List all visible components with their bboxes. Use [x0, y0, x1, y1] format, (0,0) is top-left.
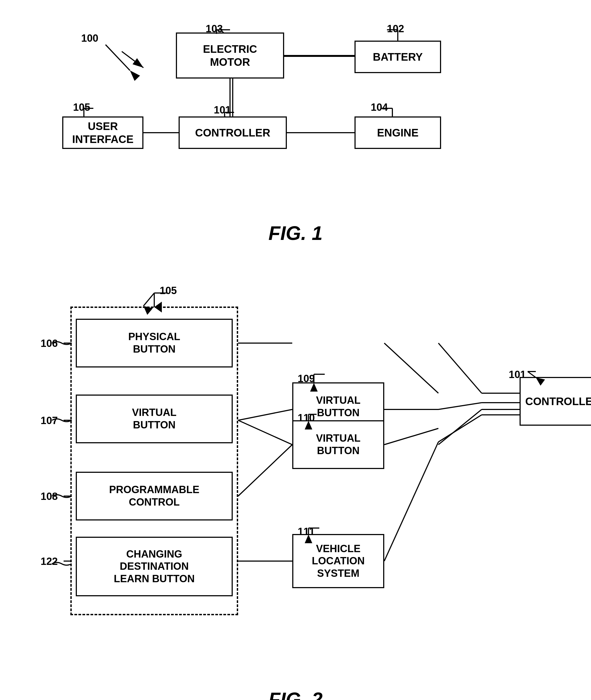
- svg-line-10: [106, 45, 130, 70]
- box-vehicle-location: VEHICLE LOCATION SYSTEM: [292, 534, 384, 588]
- box-controller-fig1: CONTROLLER: [179, 116, 287, 149]
- svg-line-38: [384, 442, 438, 561]
- box-engine: ENGINE: [354, 116, 441, 149]
- box-user-interface-fig1: USER INTERFACE: [62, 116, 143, 149]
- ref-108: 108: [41, 491, 58, 502]
- svg-line-33: [238, 445, 292, 496]
- svg-line-41: [438, 409, 482, 445]
- fig1-diagram: ELECTRIC MOTOR BATTERY CONTROLLER ENGINE…: [22, 16, 569, 200]
- svg-line-37: [384, 428, 438, 445]
- svg-line-31: [238, 409, 292, 420]
- fig2-title: FIG. 2: [22, 688, 569, 700]
- ref-105-fig2: 105: [160, 285, 177, 296]
- box-battery: BATTERY: [354, 41, 441, 73]
- svg-line-40: [438, 403, 482, 409]
- box-programmable-control: PROGRAMMABLE CONTROL: [76, 472, 233, 520]
- box-electric-motor: ELECTRIC MOTOR: [176, 33, 284, 78]
- fig2-diagram: 105 PHYSICAL BUTTON VIRTUAL BUTTON PROGR…: [22, 277, 569, 683]
- box-virtual-button-left: VIRTUAL BUTTON: [76, 395, 233, 443]
- ref-110: 110: [298, 412, 315, 424]
- svg-line-32: [238, 420, 292, 445]
- ref-102-fig1: 102: [387, 23, 404, 35]
- box-physical-button: PHYSICAL BUTTON: [76, 319, 233, 367]
- svg-line-39: [438, 343, 482, 393]
- svg-line-35: [384, 343, 438, 393]
- box-controller-fig2: CONTROLLER: [520, 377, 591, 426]
- ref-111: 111: [298, 526, 315, 537]
- ref-101-fig1: 101: [214, 104, 231, 116]
- svg-line-52: [143, 293, 154, 306]
- svg-line-60: [528, 371, 536, 377]
- ref-109: 109: [298, 373, 315, 385]
- fig1-lines: [22, 16, 569, 200]
- ref-107: 107: [41, 415, 58, 426]
- ref-104-fig1: 104: [371, 102, 388, 113]
- svg-line-42: [438, 415, 482, 442]
- box-virtual-button-110: VIRTUAL BUTTON: [292, 420, 384, 469]
- page: ELECTRIC MOTOR BATTERY CONTROLLER ENGINE…: [0, 0, 591, 700]
- ref-100: 100: [81, 33, 98, 44]
- ref-122: 122: [41, 556, 58, 567]
- fig1-title: FIG. 1: [22, 222, 569, 244]
- ref-105-fig1: 105: [73, 102, 90, 113]
- box-changing-destination: CHANGING DESTINATION LEARN BUTTON: [76, 537, 233, 596]
- svg-line-4: [122, 51, 143, 68]
- ref-103-fig1: 103: [206, 23, 223, 35]
- ref-101-fig2: 101: [509, 369, 526, 381]
- ref-106: 106: [41, 338, 58, 349]
